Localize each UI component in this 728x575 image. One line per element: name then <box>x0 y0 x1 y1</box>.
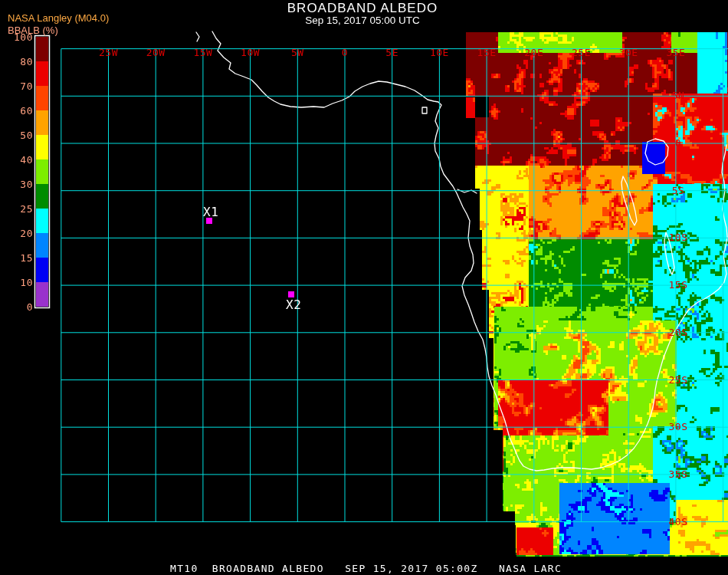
colorbar-segment <box>36 258 48 282</box>
latitude-label: 0 <box>675 137 681 149</box>
latitude-label: 30S <box>669 421 688 432</box>
longitude-label: 10E <box>430 47 449 58</box>
geo-labels: 25W20W15W10W5W05E10E15E20E25E30E35E5N05S… <box>99 47 687 527</box>
footer-caption: MT10 BROADBAND ALBEDO SEP 15, 2017 05:00… <box>170 563 562 574</box>
west-and-south-africa-coast <box>212 31 727 471</box>
point-markers: X1X2 <box>203 205 301 312</box>
colorbar-tick-label: 50 <box>20 130 33 141</box>
colorbar-segment <box>36 233 48 258</box>
colorbar-tick-label: 60 <box>20 105 33 117</box>
albedo-quicklook-image: 25W20W15W10W5W05E10E15E20E25E30E35E5N05S… <box>0 0 728 575</box>
longitude-label: 30E <box>619 47 638 58</box>
colorbar-tick-label: 40 <box>20 154 33 166</box>
page-subtitle: Sep 15, 2017 05:00 UTC <box>209 15 516 26</box>
colorbar-tick-label: 30 <box>20 179 33 190</box>
map-overlay: 25W20W15W10W5W05E10E15E20E25E30E35E5N05S… <box>0 0 728 575</box>
colorbar-tick-label: 20 <box>20 228 33 239</box>
colorbar-tick-label: 25 <box>20 203 33 215</box>
colorbar-segment <box>36 159 48 184</box>
colorbar-segment <box>36 135 48 159</box>
longitude-label: 25E <box>572 47 591 58</box>
longitude-label: 25W <box>99 47 118 58</box>
longitude-label: 0 <box>342 47 348 58</box>
longitude-label: 5E <box>385 47 398 58</box>
congo-river <box>457 189 477 193</box>
page-title: BROADBAND ALBEDO <box>209 1 516 16</box>
latitude-label: 15S <box>669 279 688 291</box>
latitude-label: 25S <box>669 374 688 386</box>
colorbar-segment <box>36 110 48 135</box>
colorbar-scale-labels: 100807060504030252015100 <box>14 31 33 313</box>
colorbar-segment <box>36 184 48 209</box>
colorbar <box>35 36 50 308</box>
colorbar-tick-label: 80 <box>20 56 33 67</box>
latitude-label: 10S <box>669 232 688 243</box>
colorbar-segment <box>36 37 48 61</box>
latitude-label: 5N <box>672 90 685 101</box>
latitude-label: 20S <box>669 327 688 338</box>
product-label: BBALB (%) <box>8 25 58 36</box>
latlon-grid <box>61 49 728 522</box>
marker-x2-label: X2 <box>286 297 301 312</box>
longitude-label: 20W <box>146 47 166 58</box>
bioko-island <box>422 107 427 113</box>
colorbar-tick-label: 15 <box>20 252 33 264</box>
longitude-label: 35E <box>666 47 685 58</box>
latitude-label: 5S <box>672 185 685 196</box>
lake-victoria <box>645 139 668 165</box>
colorbar-tick-label: 0 <box>27 301 33 313</box>
marker-x2 <box>288 291 294 297</box>
latitude-label: 35S <box>669 468 688 480</box>
longitude-label: 5W <box>291 47 304 58</box>
colorbar-segment <box>36 282 48 307</box>
colorbar-segment <box>36 209 48 233</box>
colorbar-segment <box>36 86 48 110</box>
latitude-label: 40S <box>669 516 688 527</box>
colorbar-tick-label: 10 <box>20 277 33 288</box>
longitude-label: 15E <box>477 47 497 58</box>
source-label: NASA Langley (M04.0) <box>8 12 109 24</box>
longitude-label: 15W <box>193 47 212 58</box>
colorbar-tick-label: 70 <box>20 80 33 92</box>
longitude-label: 10W <box>241 47 260 58</box>
lake-tanganyika <box>621 176 637 225</box>
colorbar-segment <box>36 61 48 86</box>
coastline-layer <box>196 31 727 471</box>
marker-x1-label: X1 <box>203 205 218 219</box>
longitude-label: 20E <box>524 47 543 58</box>
dakar-coast-fragment <box>196 32 199 41</box>
